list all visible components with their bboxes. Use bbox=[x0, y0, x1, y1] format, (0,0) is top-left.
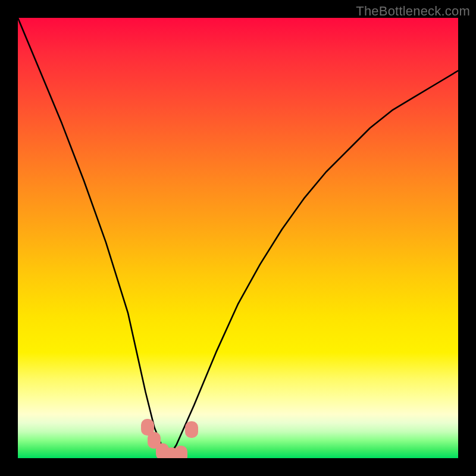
chart-frame: TheBottleneck.com bbox=[0, 0, 476, 476]
curve-marker bbox=[185, 421, 198, 438]
plot-area bbox=[18, 18, 458, 458]
watermark-text: TheBottleneck.com bbox=[356, 4, 470, 19]
curve-marker bbox=[174, 446, 187, 458]
marker-layer bbox=[18, 18, 458, 458]
